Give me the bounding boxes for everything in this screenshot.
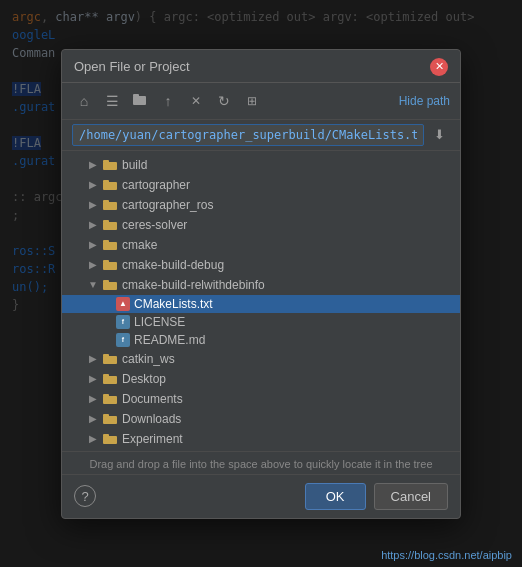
file-icon: f [116, 333, 130, 347]
folder-icon [102, 217, 118, 233]
svg-rect-0 [133, 96, 146, 105]
tree-item-label: build [122, 158, 147, 172]
tree-item-label: cartographer_ros [122, 198, 213, 212]
tree-item-license[interactable]: fLICENSE [62, 313, 460, 331]
footer-actions: OK Cancel [305, 483, 448, 510]
folder-icon [102, 371, 118, 387]
svg-rect-1 [133, 94, 139, 97]
svg-rect-11 [103, 240, 109, 243]
svg-rect-8 [103, 222, 117, 230]
svg-rect-23 [103, 414, 109, 417]
refresh-icon: ↻ [218, 93, 230, 109]
tree-item-label: Experiment [122, 432, 183, 446]
tree-item-label: Desktop [122, 372, 166, 386]
toolbar: ⌂ ☰ ↑ ✕ ↻ [62, 83, 460, 120]
tree-item-cmake[interactable]: ▶ cmake [62, 235, 460, 255]
chevron-icon: ▶ [86, 198, 100, 212]
folder-icon [102, 257, 118, 273]
home-icon: ⌂ [80, 93, 88, 109]
tree-item-ceres-solver[interactable]: ▶ ceres-solver [62, 215, 460, 235]
up-icon: ↑ [165, 93, 172, 109]
folder-icon [102, 411, 118, 427]
tree-item-catkin_ws[interactable]: ▶ catkin_ws [62, 349, 460, 369]
tree-item-cmake-build-debug[interactable]: ▶ cmake-build-debug [62, 255, 460, 275]
svg-rect-16 [103, 356, 117, 364]
tree-item-readme[interactable]: fREADME.md [62, 331, 460, 349]
bookmarks-button[interactable]: ☰ [100, 89, 124, 113]
folder-icon [102, 277, 118, 293]
tree-item-label: Downloads [122, 412, 181, 426]
svg-rect-4 [103, 182, 117, 190]
hide-path-button[interactable]: Hide path [399, 94, 450, 108]
chevron-icon: ▶ [86, 158, 100, 172]
path-go-button[interactable]: ⬇ [428, 124, 450, 146]
tree-item-cartographer_ros[interactable]: ▶ cartographer_ros [62, 195, 460, 215]
folder-icon [102, 391, 118, 407]
tree-item-experiment[interactable]: ▶ Experiment [62, 429, 460, 449]
tree-item-downloads[interactable]: ▶ Downloads [62, 409, 460, 429]
tree-item-build[interactable]: ▶ build [62, 155, 460, 175]
svg-rect-25 [103, 434, 109, 437]
tree-item-label: Documents [122, 392, 183, 406]
chevron-icon: ▶ [86, 238, 100, 252]
tree-item-label: CMakeLists.txt [134, 297, 213, 311]
ok-button[interactable]: OK [305, 483, 366, 510]
tree-item-cmake-build-relwithdebinfo[interactable]: ▼ cmake-build-relwithdebinfo [62, 275, 460, 295]
up-button[interactable]: ↑ [156, 89, 180, 113]
tree-item-label: cmake-build-debug [122, 258, 224, 272]
svg-rect-6 [103, 202, 117, 210]
tree-item-documents[interactable]: ▶ Documents [62, 389, 460, 409]
svg-rect-18 [103, 376, 117, 384]
chevron-icon: ▶ [86, 412, 100, 426]
svg-rect-10 [103, 242, 117, 250]
folder-icon [102, 351, 118, 367]
tree-item-label: cmake [122, 238, 157, 252]
svg-rect-17 [103, 354, 109, 357]
chevron-icon: ▶ [86, 432, 100, 446]
new-folder-button[interactable] [128, 89, 152, 113]
cmake-icon: ▲ [116, 297, 130, 311]
tree-item-label: README.md [134, 333, 205, 347]
svg-rect-2 [103, 162, 117, 170]
network-icon: ⊞ [247, 94, 257, 108]
svg-rect-19 [103, 374, 109, 377]
tree-item-cmakelists[interactable]: ▲CMakeLists.txt [62, 295, 460, 313]
drag-hint: Drag and drop a file into the space abov… [62, 451, 460, 474]
chevron-icon: ▶ [86, 392, 100, 406]
close-button[interactable]: ✕ [430, 58, 448, 76]
dialog-title: Open File or Project [74, 59, 190, 74]
chevron-icon: ▶ [86, 372, 100, 386]
svg-rect-21 [103, 394, 109, 397]
tree-item-label: cmake-build-relwithdebinfo [122, 278, 265, 292]
tree-item-cartographer[interactable]: ▶ cartographer [62, 175, 460, 195]
svg-rect-22 [103, 416, 117, 424]
path-input[interactable] [72, 124, 424, 146]
help-button[interactable]: ? [74, 485, 96, 507]
open-file-dialog: Open File or Project ✕ ⌂ ☰ ↑ [61, 49, 461, 519]
tree-item-label: LICENSE [134, 315, 185, 329]
chevron-icon: ▶ [86, 178, 100, 192]
folder-icon [102, 157, 118, 173]
folder-icon [102, 431, 118, 447]
path-bar: ⬇ [62, 120, 460, 151]
svg-rect-13 [103, 260, 109, 263]
network-button[interactable]: ⊞ [240, 89, 264, 113]
tree-item-label: cartographer [122, 178, 190, 192]
tree-item-label: catkin_ws [122, 352, 175, 366]
svg-rect-24 [103, 436, 117, 444]
home-button[interactable]: ⌂ [72, 89, 96, 113]
dialog-title-bar: Open File or Project ✕ [62, 50, 460, 83]
folder-icon [102, 177, 118, 193]
delete-icon: ✕ [191, 94, 201, 108]
svg-rect-7 [103, 200, 109, 203]
cancel-button[interactable]: Cancel [374, 483, 448, 510]
svg-rect-15 [103, 280, 109, 283]
delete-button[interactable]: ✕ [184, 89, 208, 113]
file-tree[interactable]: ▶ build▶ cartographer▶ cartographer_ros▶… [62, 151, 460, 451]
svg-rect-9 [103, 220, 109, 223]
svg-rect-20 [103, 396, 117, 404]
tree-item-desktop[interactable]: ▶ Desktop [62, 369, 460, 389]
tree-item-label: ceres-solver [122, 218, 187, 232]
refresh-button[interactable]: ↻ [212, 89, 236, 113]
bookmarks-icon: ☰ [106, 93, 119, 109]
